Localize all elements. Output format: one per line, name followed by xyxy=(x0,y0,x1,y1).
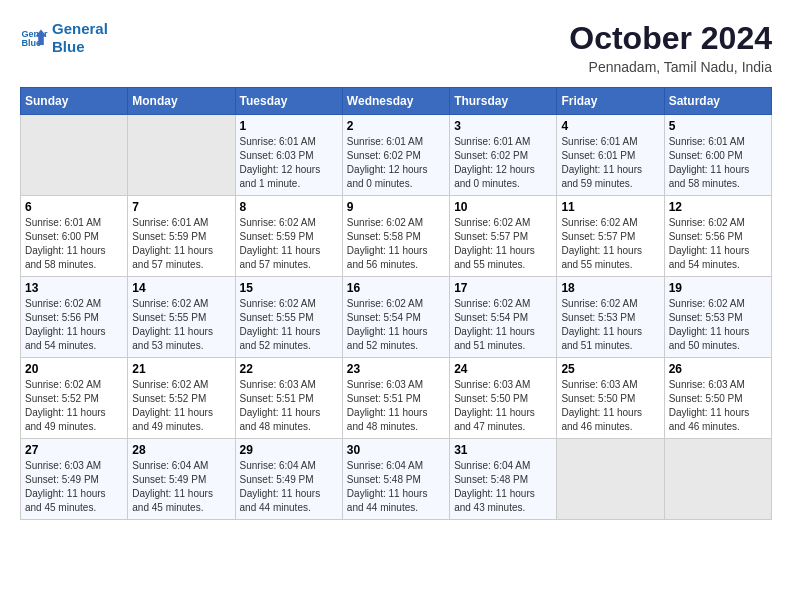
logo: General Blue General Blue xyxy=(20,20,108,56)
calendar-cell: 19Sunrise: 6:02 AM Sunset: 5:53 PM Dayli… xyxy=(664,277,771,358)
calendar-cell: 31Sunrise: 6:04 AM Sunset: 5:48 PM Dayli… xyxy=(450,439,557,520)
day-number: 15 xyxy=(240,281,338,295)
day-number: 6 xyxy=(25,200,123,214)
day-number: 21 xyxy=(132,362,230,376)
header-cell-thursday: Thursday xyxy=(450,88,557,115)
day-number: 29 xyxy=(240,443,338,457)
day-info: Sunrise: 6:02 AM Sunset: 5:53 PM Dayligh… xyxy=(561,297,659,353)
day-info: Sunrise: 6:03 AM Sunset: 5:50 PM Dayligh… xyxy=(561,378,659,434)
day-info: Sunrise: 6:02 AM Sunset: 5:56 PM Dayligh… xyxy=(25,297,123,353)
calendar-cell: 14Sunrise: 6:02 AM Sunset: 5:55 PM Dayli… xyxy=(128,277,235,358)
day-number: 16 xyxy=(347,281,445,295)
day-info: Sunrise: 6:02 AM Sunset: 5:52 PM Dayligh… xyxy=(132,378,230,434)
calendar-week-1: 1Sunrise: 6:01 AM Sunset: 6:03 PM Daylig… xyxy=(21,115,772,196)
day-info: Sunrise: 6:03 AM Sunset: 5:50 PM Dayligh… xyxy=(669,378,767,434)
calendar-cell: 28Sunrise: 6:04 AM Sunset: 5:49 PM Dayli… xyxy=(128,439,235,520)
day-number: 4 xyxy=(561,119,659,133)
calendar-cell xyxy=(21,115,128,196)
header-cell-monday: Monday xyxy=(128,88,235,115)
calendar-cell: 17Sunrise: 6:02 AM Sunset: 5:54 PM Dayli… xyxy=(450,277,557,358)
calendar-week-5: 27Sunrise: 6:03 AM Sunset: 5:49 PM Dayli… xyxy=(21,439,772,520)
calendar-cell: 25Sunrise: 6:03 AM Sunset: 5:50 PM Dayli… xyxy=(557,358,664,439)
day-info: Sunrise: 6:01 AM Sunset: 6:02 PM Dayligh… xyxy=(454,135,552,191)
day-number: 24 xyxy=(454,362,552,376)
day-number: 28 xyxy=(132,443,230,457)
calendar-cell: 24Sunrise: 6:03 AM Sunset: 5:50 PM Dayli… xyxy=(450,358,557,439)
calendar-cell: 16Sunrise: 6:02 AM Sunset: 5:54 PM Dayli… xyxy=(342,277,449,358)
day-info: Sunrise: 6:01 AM Sunset: 6:01 PM Dayligh… xyxy=(561,135,659,191)
day-info: Sunrise: 6:03 AM Sunset: 5:51 PM Dayligh… xyxy=(347,378,445,434)
day-number: 5 xyxy=(669,119,767,133)
day-number: 17 xyxy=(454,281,552,295)
day-info: Sunrise: 6:02 AM Sunset: 5:54 PM Dayligh… xyxy=(454,297,552,353)
day-info: Sunrise: 6:02 AM Sunset: 5:59 PM Dayligh… xyxy=(240,216,338,272)
calendar-cell: 27Sunrise: 6:03 AM Sunset: 5:49 PM Dayli… xyxy=(21,439,128,520)
day-number: 23 xyxy=(347,362,445,376)
calendar-week-4: 20Sunrise: 6:02 AM Sunset: 5:52 PM Dayli… xyxy=(21,358,772,439)
day-number: 11 xyxy=(561,200,659,214)
day-info: Sunrise: 6:02 AM Sunset: 5:54 PM Dayligh… xyxy=(347,297,445,353)
day-info: Sunrise: 6:02 AM Sunset: 5:58 PM Dayligh… xyxy=(347,216,445,272)
day-number: 20 xyxy=(25,362,123,376)
day-number: 14 xyxy=(132,281,230,295)
day-info: Sunrise: 6:02 AM Sunset: 5:53 PM Dayligh… xyxy=(669,297,767,353)
day-info: Sunrise: 6:02 AM Sunset: 5:57 PM Dayligh… xyxy=(561,216,659,272)
header-cell-wednesday: Wednesday xyxy=(342,88,449,115)
header: General Blue General Blue October 2024 P… xyxy=(20,20,772,75)
calendar-cell: 11Sunrise: 6:02 AM Sunset: 5:57 PM Dayli… xyxy=(557,196,664,277)
day-info: Sunrise: 6:02 AM Sunset: 5:56 PM Dayligh… xyxy=(669,216,767,272)
calendar-header: SundayMondayTuesdayWednesdayThursdayFrid… xyxy=(21,88,772,115)
day-number: 7 xyxy=(132,200,230,214)
header-cell-friday: Friday xyxy=(557,88,664,115)
day-info: Sunrise: 6:04 AM Sunset: 5:48 PM Dayligh… xyxy=(454,459,552,515)
day-info: Sunrise: 6:02 AM Sunset: 5:57 PM Dayligh… xyxy=(454,216,552,272)
day-info: Sunrise: 6:03 AM Sunset: 5:50 PM Dayligh… xyxy=(454,378,552,434)
calendar-week-3: 13Sunrise: 6:02 AM Sunset: 5:56 PM Dayli… xyxy=(21,277,772,358)
day-number: 8 xyxy=(240,200,338,214)
day-number: 2 xyxy=(347,119,445,133)
calendar-cell: 30Sunrise: 6:04 AM Sunset: 5:48 PM Dayli… xyxy=(342,439,449,520)
calendar-cell: 26Sunrise: 6:03 AM Sunset: 5:50 PM Dayli… xyxy=(664,358,771,439)
day-number: 12 xyxy=(669,200,767,214)
calendar-table: SundayMondayTuesdayWednesdayThursdayFrid… xyxy=(20,87,772,520)
day-info: Sunrise: 6:01 AM Sunset: 6:00 PM Dayligh… xyxy=(669,135,767,191)
calendar-cell xyxy=(557,439,664,520)
day-info: Sunrise: 6:02 AM Sunset: 5:55 PM Dayligh… xyxy=(132,297,230,353)
day-number: 31 xyxy=(454,443,552,457)
day-number: 30 xyxy=(347,443,445,457)
calendar-cell: 21Sunrise: 6:02 AM Sunset: 5:52 PM Dayli… xyxy=(128,358,235,439)
calendar-cell: 15Sunrise: 6:02 AM Sunset: 5:55 PM Dayli… xyxy=(235,277,342,358)
day-number: 26 xyxy=(669,362,767,376)
title-area: October 2024 Pennadam, Tamil Nadu, India xyxy=(569,20,772,75)
calendar-cell: 9Sunrise: 6:02 AM Sunset: 5:58 PM Daylig… xyxy=(342,196,449,277)
day-info: Sunrise: 6:03 AM Sunset: 5:51 PM Dayligh… xyxy=(240,378,338,434)
calendar-cell: 12Sunrise: 6:02 AM Sunset: 5:56 PM Dayli… xyxy=(664,196,771,277)
calendar-cell: 29Sunrise: 6:04 AM Sunset: 5:49 PM Dayli… xyxy=(235,439,342,520)
day-number: 22 xyxy=(240,362,338,376)
header-cell-sunday: Sunday xyxy=(21,88,128,115)
day-number: 27 xyxy=(25,443,123,457)
svg-text:Blue: Blue xyxy=(21,38,41,48)
logo-line2: Blue xyxy=(52,38,85,55)
day-info: Sunrise: 6:04 AM Sunset: 5:48 PM Dayligh… xyxy=(347,459,445,515)
subtitle: Pennadam, Tamil Nadu, India xyxy=(569,59,772,75)
calendar-cell: 10Sunrise: 6:02 AM Sunset: 5:57 PM Dayli… xyxy=(450,196,557,277)
calendar-cell xyxy=(128,115,235,196)
calendar-cell: 3Sunrise: 6:01 AM Sunset: 6:02 PM Daylig… xyxy=(450,115,557,196)
calendar-cell: 2Sunrise: 6:01 AM Sunset: 6:02 PM Daylig… xyxy=(342,115,449,196)
logo-icon: General Blue xyxy=(20,24,48,52)
main-title: October 2024 xyxy=(569,20,772,57)
day-info: Sunrise: 6:03 AM Sunset: 5:49 PM Dayligh… xyxy=(25,459,123,515)
calendar-cell: 13Sunrise: 6:02 AM Sunset: 5:56 PM Dayli… xyxy=(21,277,128,358)
day-info: Sunrise: 6:01 AM Sunset: 6:03 PM Dayligh… xyxy=(240,135,338,191)
day-number: 18 xyxy=(561,281,659,295)
day-info: Sunrise: 6:01 AM Sunset: 6:02 PM Dayligh… xyxy=(347,135,445,191)
day-info: Sunrise: 6:02 AM Sunset: 5:52 PM Dayligh… xyxy=(25,378,123,434)
calendar-cell: 4Sunrise: 6:01 AM Sunset: 6:01 PM Daylig… xyxy=(557,115,664,196)
day-number: 9 xyxy=(347,200,445,214)
calendar-cell: 22Sunrise: 6:03 AM Sunset: 5:51 PM Dayli… xyxy=(235,358,342,439)
calendar-body: 1Sunrise: 6:01 AM Sunset: 6:03 PM Daylig… xyxy=(21,115,772,520)
day-info: Sunrise: 6:02 AM Sunset: 5:55 PM Dayligh… xyxy=(240,297,338,353)
day-info: Sunrise: 6:01 AM Sunset: 6:00 PM Dayligh… xyxy=(25,216,123,272)
day-number: 25 xyxy=(561,362,659,376)
